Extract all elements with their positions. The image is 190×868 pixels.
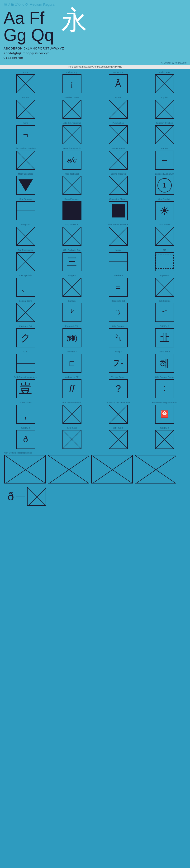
grid-item-cjkexte: CJK Ext E bbox=[141, 426, 188, 451]
grid-item-final1: ð — bbox=[4, 485, 49, 508]
glyph-cjkcompatideog: 豈 bbox=[16, 379, 35, 398]
sample-ff: Ff bbox=[29, 9, 44, 26]
glyph-encloseideosup: 🈴 bbox=[155, 405, 174, 424]
label-arrows: Arrows bbox=[161, 147, 168, 150]
glyph-hangul: 가 bbox=[109, 354, 128, 373]
char-vertforms: ？ bbox=[113, 382, 123, 396]
glyph-diacritical bbox=[16, 151, 35, 169]
final-chars: ð — bbox=[8, 487, 46, 506]
char-arrow: ← bbox=[160, 155, 169, 165]
grid-item-miscmathb: Misc Math Symbols B bbox=[95, 222, 141, 248]
label-cjkcompatideog: CJK Compat Ideographs bbox=[14, 376, 37, 378]
grid-section: ASCII Latin-1 Sup ¡ Latin Ext A Ā Latin … bbox=[0, 69, 190, 510]
glyph-bopomofo bbox=[155, 278, 174, 297]
glyph-modletters bbox=[63, 100, 81, 119]
alphabet-section: ABCDEFGHIJKLMNOPQRSTUVWXYZ abcdefghijklm… bbox=[0, 45, 190, 61]
grid-item-miscsymbols: Misc Symbols ☀ bbox=[141, 197, 188, 222]
grid-item-ascii: ASCII bbox=[2, 70, 49, 95]
label-greek: Greek bbox=[115, 96, 121, 99]
wide-row-cjkcompatideogsupp: CJK Compat Ideographs Sup bbox=[2, 451, 188, 484]
grid-item-ipaext: IPA Ext bbox=[2, 95, 49, 121]
glyph-latinexta: Ā bbox=[109, 74, 128, 93]
grid-row-8: Sup Punctuation CJK Radicals Sup 三 Kangx… bbox=[2, 248, 188, 273]
char-katakanaext: ク bbox=[21, 331, 31, 344]
grid-row-7: Dingbats Sup Arrows B Misc Math Symbols … bbox=[2, 222, 188, 248]
char-jamoextb: 혜 bbox=[160, 357, 169, 370]
grid-item-cyrillic: Cyrillic bbox=[141, 95, 188, 121]
label-encloseideosup: Enclosed Ideographic Sup bbox=[152, 401, 177, 404]
label-latinexta: Latin Ext A bbox=[113, 71, 123, 74]
grid-row-13: CJK Compat Ideographs 豈 Alphabetic PF ff… bbox=[2, 375, 188, 400]
grid-item-jamoextb: Jamo Ext B 혜 bbox=[141, 349, 188, 375]
char-alphabeticpf: ff bbox=[69, 383, 75, 395]
grid-item-enclosedcjk: Enclosed CJK (㋿) bbox=[49, 324, 95, 349]
x-overlay-1 bbox=[5, 456, 45, 483]
grid-item-latinextadd: Latin Ext Additional bbox=[49, 121, 95, 146]
grid-row-12: CJK Jamo Ext A □ Hangul 가 Jamo Ext B 혜 bbox=[2, 349, 188, 375]
char-jamoexta: □ bbox=[70, 359, 74, 368]
glyph-cjkradicals: 三 bbox=[63, 252, 81, 271]
sample-row-2: Gg Qq bbox=[4, 26, 54, 43]
glyph-cjkexta: 㐀 bbox=[155, 328, 174, 347]
label-punct: Punctuation bbox=[113, 122, 124, 124]
label-smallforms: Small Forms bbox=[20, 401, 32, 404]
grid-item-dingbats: Dingbats bbox=[2, 222, 49, 248]
char-cjkcompat: ㍉ bbox=[114, 334, 122, 342]
grid-item-cjkexta: CJK Ext A 㐀 bbox=[141, 324, 188, 349]
credit-bar: © Design by fontke.com bbox=[0, 61, 190, 65]
label-geoshapes: Geometric Shapes bbox=[109, 198, 127, 200]
glyph-punct bbox=[109, 125, 128, 144]
label-arms: Arms bbox=[23, 122, 28, 124]
grid-item-cjksymbols: CJK Symbols 、 bbox=[2, 273, 49, 299]
char-cjkcompatideog: 豈 bbox=[19, 382, 32, 395]
label-cjkradicals: CJK Radicals Sup bbox=[63, 249, 80, 251]
grid-item-cjk: CJK bbox=[2, 349, 49, 375]
grid-item-encloseideosup: Enclosed Ideographic Sup 🈴 bbox=[141, 400, 188, 426]
glyph-halffullfoms bbox=[63, 405, 81, 424]
grid-item-katakana: Katakana = bbox=[95, 273, 141, 299]
glyph-cjkextc bbox=[63, 430, 81, 449]
glyph-compatjamo bbox=[16, 303, 35, 322]
svg-line-0 bbox=[5, 456, 45, 483]
grid-item-blockelem: Block Elements bbox=[49, 197, 95, 222]
label-latinextb: Latin Ext B bbox=[159, 71, 170, 74]
grid-item-latinexta: Latin Ext A Ā bbox=[95, 70, 141, 95]
header: 源ノ角ゴシック Medium Regular Aa Ff Gg Qq 永 bbox=[0, 0, 190, 45]
glyph-miscsymbols: ☀ bbox=[155, 201, 174, 220]
label-cjkextd: CJK Ext D bbox=[113, 427, 123, 430]
glyph-suppunct bbox=[16, 252, 35, 271]
char-equal: = bbox=[116, 282, 121, 292]
glyph-arrows: ← bbox=[155, 151, 174, 169]
label-enclosedalpha: Enclosed Alphanum bbox=[155, 173, 174, 175]
glyph-greek bbox=[109, 100, 128, 119]
grid-item-suppunct: Sup Punctuation bbox=[2, 248, 49, 273]
grid-item-diacritical: Diacritical For Symbols bbox=[2, 146, 49, 172]
glyph-boxdrawing bbox=[16, 201, 35, 220]
x-svg-4 bbox=[135, 456, 176, 483]
grid-item-boxdrawing: Box Drawing bbox=[2, 197, 49, 222]
glyph-latinextb bbox=[155, 74, 174, 93]
glyph-katakanaext: ク bbox=[16, 328, 35, 347]
grid-item-halffullfoms: Half And Full Forms bbox=[49, 400, 95, 426]
grid-item-cjkextc: CJK Ext C bbox=[49, 426, 95, 451]
glyph-cyrillic bbox=[155, 100, 174, 119]
sample-cjk: 永 bbox=[61, 7, 87, 33]
grid-item-geoshapes: Geometric Shapes bbox=[95, 197, 141, 222]
glyph-currency bbox=[155, 125, 174, 144]
label-vertforms: Vertical Forms bbox=[111, 376, 125, 378]
char-kanbun: ㆑ bbox=[68, 307, 76, 317]
glyph-ipaext bbox=[16, 100, 35, 119]
label-alphabeticpf: Alphabetic PF bbox=[65, 376, 78, 378]
label-cjk: CJK bbox=[24, 350, 28, 353]
label-jamoexta: Jamo Ext A bbox=[67, 350, 77, 353]
grid-row-14: Small Forms , Half And Full Forms Enclos… bbox=[2, 400, 188, 426]
grid-item-alphabeticpf: Alphabetic PF ff bbox=[49, 375, 95, 400]
glyph-katakana: = bbox=[109, 278, 128, 297]
glyph-kanbun: ㆑ bbox=[63, 303, 81, 322]
label-cjkcompatforms: CJK Compat Forms bbox=[155, 376, 174, 378]
grid-item-numberforms: Number Forms bbox=[95, 146, 141, 172]
label-ipaext: IPA Ext bbox=[22, 96, 29, 99]
grid-item-arms: Arms ¬ bbox=[2, 121, 49, 146]
glyph-jamoexta: □ bbox=[63, 354, 81, 373]
grid-item-hiragana: Hiragana bbox=[49, 273, 95, 299]
